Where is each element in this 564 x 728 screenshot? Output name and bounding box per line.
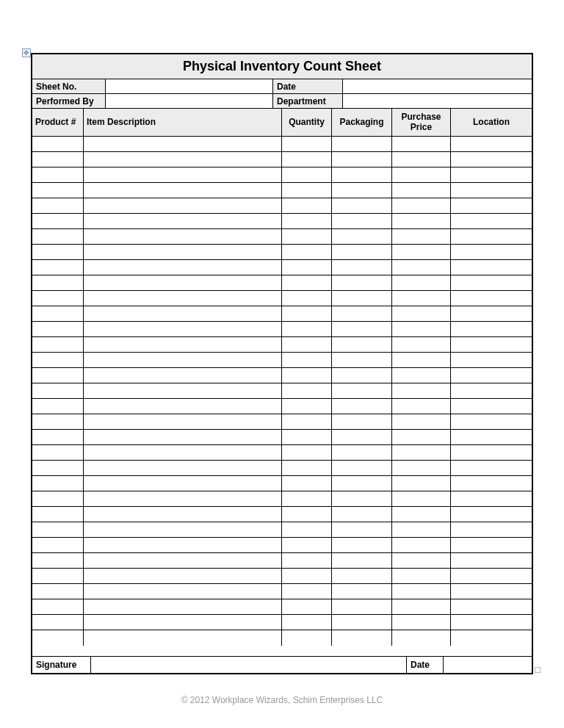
table-cell (392, 322, 451, 336)
table-cell (332, 522, 392, 537)
table-cell (282, 368, 332, 383)
table-cell (282, 322, 332, 336)
table-cell (84, 584, 282, 599)
table-cell (84, 491, 282, 506)
table-cell (84, 167, 282, 182)
table-cell (392, 414, 451, 429)
table-cell (32, 137, 84, 151)
table-cell (282, 399, 332, 414)
table-cell (332, 353, 392, 367)
table-cell (451, 445, 532, 460)
table-cell (332, 584, 392, 599)
table-cell (451, 553, 532, 568)
table-cell (332, 507, 392, 522)
table-cell (392, 445, 451, 460)
table-cell (451, 461, 532, 475)
table-cell (332, 461, 392, 475)
table-cell (332, 291, 392, 306)
data-rows-container (32, 137, 532, 646)
table-cell (84, 461, 282, 475)
table-row (32, 183, 532, 198)
table-cell (332, 414, 392, 429)
table-cell (451, 152, 532, 167)
table-cell (282, 353, 332, 367)
table-cell (332, 245, 392, 259)
table-cell (451, 167, 532, 182)
table-cell (392, 198, 451, 213)
gap-row (32, 646, 532, 657)
table-row (32, 491, 532, 507)
table-cell (32, 306, 84, 321)
table-row (32, 461, 532, 476)
date-value (343, 79, 532, 93)
table-cell (84, 306, 282, 321)
table-cell (84, 399, 282, 414)
table-row (32, 260, 532, 275)
table-cell (282, 599, 332, 614)
table-cell (451, 584, 532, 599)
table-anchor-icon: ✥ (22, 48, 31, 57)
col-header-packaging: Packaging (332, 109, 392, 136)
table-cell (332, 137, 392, 151)
table-cell (451, 275, 532, 290)
table-cell (332, 569, 392, 583)
table-row (32, 198, 532, 214)
table-cell (84, 353, 282, 367)
table-cell (32, 630, 84, 646)
table-cell (32, 399, 84, 414)
table-row (32, 615, 532, 630)
table-cell (332, 368, 392, 383)
table-cell (84, 507, 282, 522)
inventory-sheet-table: Physical Inventory Count Sheet Sheet No.… (31, 53, 533, 674)
table-cell (84, 260, 282, 275)
table-cell (282, 245, 332, 259)
table-cell (282, 260, 332, 275)
table-cell (451, 615, 532, 630)
table-cell (451, 491, 532, 506)
table-cell (84, 214, 282, 228)
table-cell (332, 152, 392, 167)
table-cell (32, 337, 84, 352)
table-cell (392, 538, 451, 552)
table-cell (332, 615, 392, 630)
table-cell (84, 599, 282, 614)
table-cell (84, 245, 282, 259)
table-cell (84, 445, 282, 460)
table-cell (84, 414, 282, 429)
table-cell (32, 368, 84, 383)
table-cell (32, 538, 84, 552)
table-cell (282, 522, 332, 537)
col-header-price: Purchase Price (392, 109, 451, 136)
table-cell (84, 476, 282, 491)
table-cell (282, 414, 332, 429)
table-row (32, 414, 532, 430)
table-cell (332, 183, 392, 198)
table-cell (332, 306, 392, 321)
table-cell (451, 507, 532, 522)
table-cell (84, 183, 282, 198)
table-cell (451, 353, 532, 367)
column-header-row: Product # Item Description Quantity Pack… (32, 109, 532, 137)
table-cell (32, 445, 84, 460)
performed-by-value (106, 94, 273, 108)
table-cell (32, 322, 84, 336)
table-cell (282, 214, 332, 228)
table-cell (451, 137, 532, 151)
table-cell (392, 476, 451, 491)
table-row (32, 476, 532, 491)
table-cell (84, 291, 282, 306)
table-cell (451, 260, 532, 275)
table-cell (451, 538, 532, 552)
table-cell (392, 167, 451, 182)
table-cell (392, 461, 451, 475)
table-row (32, 322, 532, 337)
table-cell (282, 553, 332, 568)
table-cell (32, 599, 84, 614)
table-cell (392, 522, 451, 537)
table-cell (84, 538, 282, 552)
meta-row-1: Sheet No. Date (32, 79, 532, 94)
table-row (32, 167, 532, 183)
table-cell (451, 414, 532, 429)
table-cell (282, 167, 332, 182)
table-cell (392, 137, 451, 151)
